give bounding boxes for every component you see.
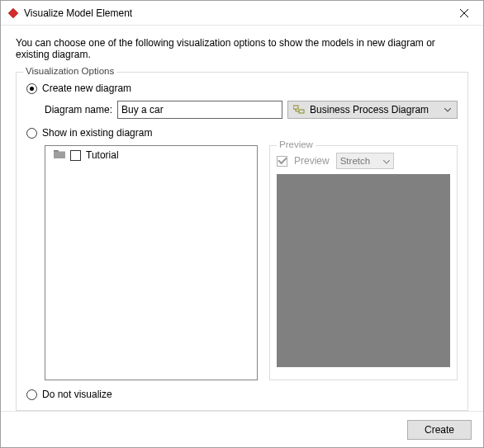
radio-show-existing[interactable]: Show in existing diagram: [26, 127, 458, 139]
window-title: Visualize Model Element: [24, 7, 445, 19]
app-icon: [7, 7, 19, 19]
diagram-tree[interactable]: Tutorial: [45, 145, 258, 380]
preview-group-label: Preview: [277, 139, 316, 149]
tree-item-checkbox[interactable]: [70, 150, 81, 161]
radio-icon: [26, 128, 37, 139]
diagram-name-input[interactable]: [117, 101, 282, 119]
chevron-down-icon: [444, 108, 452, 112]
radio-label: Do not visualize: [42, 389, 112, 400]
instruction-text: You can choose one of the following visu…: [16, 37, 468, 60]
action-bar: Create: [1, 411, 483, 447]
radio-icon: [26, 389, 37, 400]
preview-checkbox[interactable]: [277, 156, 287, 167]
folder-icon: [54, 149, 65, 161]
fieldset-title: Visualization Options: [23, 66, 116, 76]
preview-checkbox-label: Preview: [294, 155, 330, 167]
close-icon: [460, 9, 468, 17]
chevron-down-icon: [383, 156, 390, 166]
diagram-type-dropdown[interactable]: Business Process Diagram: [287, 101, 458, 119]
preview-mode-label: Stretch: [340, 156, 370, 166]
tree-item-label: Tutorial: [86, 149, 119, 161]
visualization-options-fieldset: Visualization Options Create new diagram…: [16, 72, 468, 411]
diagram-name-row: Diagram name: Business Process Diagram: [45, 101, 458, 119]
create-button-label: Create: [425, 424, 454, 436]
create-button[interactable]: Create: [407, 420, 472, 440]
diagram-type-label: Business Process Diagram: [310, 104, 444, 116]
diagram-type-icon: [293, 104, 305, 116]
close-button[interactable]: [445, 1, 483, 26]
preview-canvas: [277, 174, 450, 367]
svg-rect-5: [299, 110, 304, 113]
tree-item[interactable]: Tutorial: [45, 146, 257, 164]
radio-label: Create new diagram: [42, 83, 131, 94]
titlebar: Visualize Model Element: [1, 1, 483, 26]
svg-rect-4: [293, 106, 298, 109]
preview-group: Preview Preview Stretch: [269, 145, 458, 380]
preview-mode-dropdown[interactable]: Stretch: [336, 153, 394, 169]
radio-create-new[interactable]: Create new diagram: [26, 83, 458, 94]
radio-label: Show in existing diagram: [42, 127, 152, 139]
diagram-name-label: Diagram name:: [45, 104, 112, 116]
svg-marker-0: [8, 8, 18, 18]
radio-icon: [26, 83, 37, 94]
radio-do-not-visualize[interactable]: Do not visualize: [26, 389, 458, 400]
